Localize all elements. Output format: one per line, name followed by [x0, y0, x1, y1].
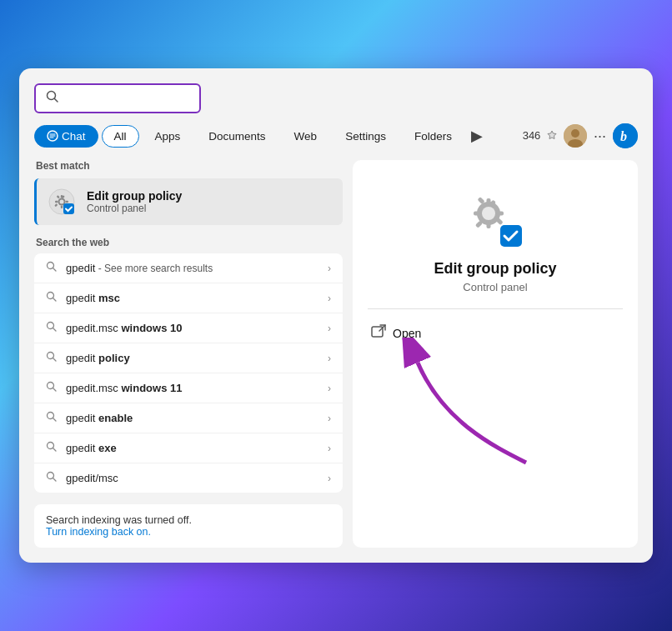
- svg-rect-14: [55, 201, 58, 203]
- open-icon: [371, 324, 386, 343]
- result-count: 346: [523, 129, 559, 143]
- svg-rect-13: [66, 201, 69, 203]
- web-item-search-icon: [46, 471, 58, 485]
- tab-all[interactable]: All: [102, 125, 139, 148]
- indexing-link[interactable]: Turn indexing back on.: [46, 526, 151, 538]
- app-icon: [465, 190, 525, 250]
- svg-line-25: [53, 328, 57, 332]
- web-section-label: Search the web: [34, 237, 343, 248]
- best-match-item[interactable]: Edit group policy Control panel: [34, 178, 343, 225]
- search-panel: gpedit Chat All Apps Documents Web Setti…: [19, 68, 653, 563]
- web-item-search-icon: [46, 261, 58, 275]
- web-item-text: gpedit/msc: [66, 472, 319, 484]
- svg-point-4: [571, 129, 579, 138]
- web-item-chevron-icon: ›: [328, 323, 331, 334]
- svg-point-10: [60, 200, 64, 204]
- web-item-chevron-icon: ›: [328, 473, 331, 484]
- svg-rect-41: [474, 212, 480, 216]
- indexing-notice: Search indexing was turned off. Turn ind…: [34, 504, 343, 548]
- tab-folders[interactable]: Folders: [402, 125, 464, 148]
- user-avatar[interactable]: [564, 124, 587, 148]
- web-result-item[interactable]: gpedit exe ›: [34, 433, 343, 463]
- web-item-chevron-icon: ›: [328, 263, 331, 274]
- arrow-annotation: [393, 338, 559, 471]
- web-item-search-icon: [46, 321, 58, 335]
- tab-chat[interactable]: Chat: [34, 125, 98, 148]
- best-match-subtitle: Control panel: [87, 203, 182, 214]
- web-item-search-icon: [46, 351, 58, 365]
- web-item-text: gpedit.msc windows 11: [66, 382, 319, 394]
- web-item-search-icon: [46, 411, 58, 425]
- tab-more-button[interactable]: ▶: [468, 125, 486, 147]
- search-input[interactable]: gpedit: [66, 92, 183, 106]
- right-panel: Edit group policy Control panel Open: [353, 160, 638, 548]
- search-bar[interactable]: gpedit: [34, 83, 201, 113]
- web-item-text: gpedit.msc windows 10: [66, 322, 319, 334]
- svg-line-23: [53, 298, 57, 302]
- web-result-item[interactable]: gpedit policy ›: [34, 343, 343, 373]
- web-item-text: gpedit policy: [66, 352, 319, 364]
- tab-apps[interactable]: Apps: [143, 125, 193, 148]
- svg-line-27: [53, 358, 57, 362]
- search-icon: [46, 90, 59, 107]
- best-match-label: Best match: [34, 160, 343, 172]
- svg-rect-39: [487, 222, 491, 228]
- svg-line-33: [53, 448, 57, 452]
- svg-line-1: [55, 99, 58, 103]
- svg-line-31: [53, 418, 57, 422]
- svg-point-37: [482, 207, 495, 220]
- svg-line-35: [53, 478, 57, 482]
- tab-right-controls: 346 ··· b: [523, 123, 638, 148]
- web-item-search-icon: [46, 291, 58, 305]
- web-item-search-icon: [46, 441, 58, 455]
- indexing-notice-text: Search indexing was turned off.: [46, 514, 192, 526]
- web-result-item[interactable]: gpedit msc ›: [34, 283, 343, 313]
- filter-tabs: Chat All Apps Documents Web Settings Fol…: [34, 123, 638, 148]
- ellipsis-button[interactable]: ···: [592, 128, 608, 145]
- web-results: gpedit - See more search results › gpedi…: [34, 253, 343, 493]
- main-content: Best match: [34, 160, 638, 548]
- best-match-title: Edit group policy: [87, 189, 182, 203]
- svg-rect-47: [372, 327, 383, 337]
- web-item-text: gpedit - See more search results: [66, 262, 319, 274]
- web-result-item[interactable]: gpedit enable ›: [34, 403, 343, 433]
- web-result-item[interactable]: gpedit/msc ›: [34, 463, 343, 493]
- divider: [368, 308, 623, 309]
- right-app-subtitle: Control panel: [463, 281, 527, 293]
- search-bar-container: gpedit: [34, 83, 638, 113]
- svg-rect-40: [497, 212, 504, 216]
- tab-documents[interactable]: Documents: [196, 125, 278, 148]
- web-item-chevron-icon: ›: [328, 443, 331, 454]
- tab-settings[interactable]: Settings: [333, 125, 399, 148]
- web-item-text: gpedit msc: [66, 292, 319, 304]
- svg-rect-19: [63, 203, 74, 214]
- web-item-chevron-icon: ›: [328, 413, 331, 424]
- best-match-icon: [47, 187, 77, 217]
- open-action[interactable]: Open: [371, 321, 619, 346]
- best-match-text: Edit group policy Control panel: [87, 189, 182, 214]
- tab-web[interactable]: Web: [282, 125, 330, 148]
- web-item-chevron-icon: ›: [328, 293, 331, 304]
- open-label: Open: [393, 327, 421, 340]
- svg-line-21: [53, 268, 57, 272]
- svg-text:b: b: [620, 129, 627, 143]
- web-item-text: gpedit enable: [66, 412, 319, 424]
- left-panel: Best match: [34, 160, 343, 548]
- web-item-text: gpedit exe: [66, 442, 319, 454]
- web-result-item[interactable]: gpedit.msc windows 11 ›: [34, 373, 343, 403]
- web-item-chevron-icon: ›: [328, 383, 331, 394]
- web-item-chevron-icon: ›: [328, 353, 331, 364]
- svg-rect-12: [61, 206, 63, 209]
- web-result-item[interactable]: gpedit.msc windows 10 ›: [34, 313, 343, 343]
- bing-button[interactable]: b: [613, 123, 638, 148]
- web-item-search-icon: [46, 381, 58, 395]
- svg-line-29: [53, 388, 57, 392]
- web-result-item[interactable]: gpedit - See more search results ›: [34, 253, 343, 283]
- right-app-title: Edit group policy: [434, 260, 557, 278]
